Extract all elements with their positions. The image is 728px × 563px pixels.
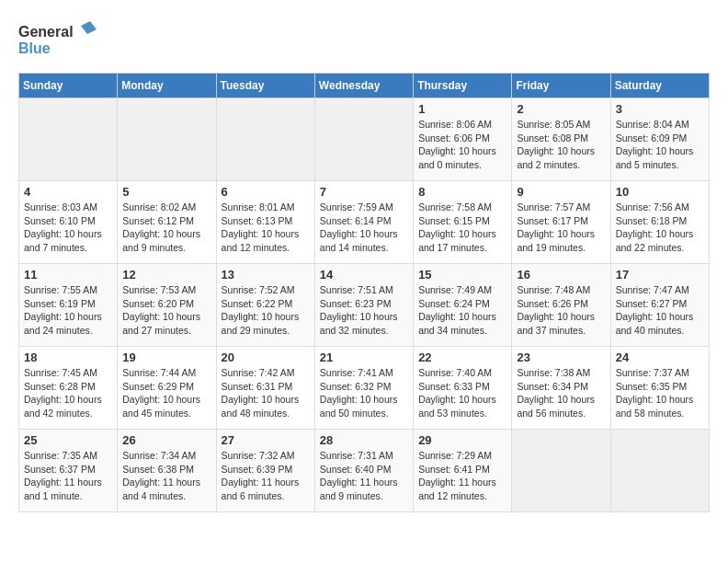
day-number: 11 xyxy=(24,268,112,282)
calendar-cell: 22Sunrise: 7:40 AM Sunset: 6:33 PM Dayli… xyxy=(414,347,512,430)
calendar-cell: 8Sunrise: 7:58 AM Sunset: 6:15 PM Daylig… xyxy=(414,181,512,264)
day-number: 12 xyxy=(122,268,210,282)
day-number: 20 xyxy=(222,350,310,364)
calendar-cell xyxy=(314,98,413,181)
day-number: 19 xyxy=(122,350,210,364)
calendar-cell: 13Sunrise: 7:52 AM Sunset: 6:22 PM Dayli… xyxy=(216,264,314,347)
calendar-cell: 16Sunrise: 7:48 AM Sunset: 6:26 PM Dayli… xyxy=(512,264,610,347)
day-number: 29 xyxy=(418,433,506,447)
calendar-cell xyxy=(610,430,709,512)
day-info: Sunrise: 7:55 AM Sunset: 6:19 PM Dayligh… xyxy=(24,283,112,338)
day-number: 27 xyxy=(222,433,310,447)
calendar-cell: 19Sunrise: 7:44 AM Sunset: 6:29 PM Dayli… xyxy=(118,347,216,430)
day-number: 22 xyxy=(418,350,506,364)
day-info: Sunrise: 8:06 AM Sunset: 6:06 PM Dayligh… xyxy=(418,118,506,172)
day-info: Sunrise: 7:47 AM Sunset: 6:27 PM Dayligh… xyxy=(616,283,704,338)
logo-icon: General Blue xyxy=(18,18,101,60)
calendar-cell: 18Sunrise: 7:45 AM Sunset: 6:28 PM Dayli… xyxy=(19,347,118,430)
calendar-cell: 7Sunrise: 7:59 AM Sunset: 6:14 PM Daylig… xyxy=(314,181,413,264)
calendar-table: SundayMondayTuesdayWednesdayThursdayFrid… xyxy=(18,73,710,512)
calendar-week-4: 18Sunrise: 7:45 AM Sunset: 6:28 PM Dayli… xyxy=(19,347,710,430)
calendar-cell: 26Sunrise: 7:34 AM Sunset: 6:38 PM Dayli… xyxy=(118,430,216,512)
calendar-cell: 9Sunrise: 7:57 AM Sunset: 6:17 PM Daylig… xyxy=(512,181,610,264)
day-number: 18 xyxy=(24,350,112,364)
calendar-cell: 20Sunrise: 7:42 AM Sunset: 6:31 PM Dayli… xyxy=(216,347,314,430)
day-info: Sunrise: 7:48 AM Sunset: 6:26 PM Dayligh… xyxy=(517,283,605,338)
day-number: 15 xyxy=(418,268,506,282)
svg-text:Blue: Blue xyxy=(18,40,51,56)
day-info: Sunrise: 7:29 AM Sunset: 6:41 PM Dayligh… xyxy=(418,449,506,503)
day-number: 23 xyxy=(517,350,605,364)
header-day-sunday: Sunday xyxy=(19,74,118,98)
calendar-cell: 5Sunrise: 8:02 AM Sunset: 6:12 PM Daylig… xyxy=(118,181,216,264)
calendar-cell: 15Sunrise: 7:49 AM Sunset: 6:24 PM Dayli… xyxy=(414,264,512,347)
calendar-header: SundayMondayTuesdayWednesdayThursdayFrid… xyxy=(19,74,710,98)
header-day-friday: Friday xyxy=(512,74,610,98)
day-info: Sunrise: 7:57 AM Sunset: 6:17 PM Dayligh… xyxy=(517,201,605,255)
day-info: Sunrise: 7:42 AM Sunset: 6:31 PM Dayligh… xyxy=(222,366,310,420)
calendar-body: 1Sunrise: 8:06 AM Sunset: 6:06 PM Daylig… xyxy=(19,98,710,512)
calendar-cell: 27Sunrise: 7:32 AM Sunset: 6:39 PM Dayli… xyxy=(216,430,314,512)
day-number: 4 xyxy=(24,185,112,199)
day-number: 26 xyxy=(122,433,210,447)
day-info: Sunrise: 8:04 AM Sunset: 6:09 PM Dayligh… xyxy=(616,118,704,172)
day-info: Sunrise: 7:31 AM Sunset: 6:40 PM Dayligh… xyxy=(320,449,408,503)
header-day-tuesday: Tuesday xyxy=(216,74,314,98)
header-day-monday: Monday xyxy=(118,74,216,98)
calendar-cell: 11Sunrise: 7:55 AM Sunset: 6:19 PM Dayli… xyxy=(19,264,118,347)
day-info: Sunrise: 7:32 AM Sunset: 6:39 PM Dayligh… xyxy=(222,449,310,503)
day-number: 16 xyxy=(517,268,605,282)
calendar-cell xyxy=(216,98,314,181)
day-info: Sunrise: 7:35 AM Sunset: 6:37 PM Dayligh… xyxy=(24,449,112,503)
logo-content: General Blue xyxy=(18,18,101,63)
header-day-thursday: Thursday xyxy=(414,74,512,98)
day-info: Sunrise: 8:03 AM Sunset: 6:10 PM Dayligh… xyxy=(24,201,112,255)
day-info: Sunrise: 7:38 AM Sunset: 6:34 PM Dayligh… xyxy=(517,366,605,420)
day-info: Sunrise: 8:02 AM Sunset: 6:12 PM Dayligh… xyxy=(122,201,210,255)
day-info: Sunrise: 7:41 AM Sunset: 6:32 PM Dayligh… xyxy=(320,366,408,420)
day-number: 14 xyxy=(320,268,408,282)
calendar-week-1: 1Sunrise: 8:06 AM Sunset: 6:06 PM Daylig… xyxy=(19,98,710,181)
header-row: SundayMondayTuesdayWednesdayThursdayFrid… xyxy=(19,74,710,98)
day-info: Sunrise: 7:49 AM Sunset: 6:24 PM Dayligh… xyxy=(418,283,506,338)
calendar-cell: 29Sunrise: 7:29 AM Sunset: 6:41 PM Dayli… xyxy=(414,430,512,512)
day-number: 5 xyxy=(122,185,210,199)
day-number: 2 xyxy=(517,102,605,116)
day-number: 25 xyxy=(24,433,112,447)
svg-marker-1 xyxy=(81,21,97,34)
day-info: Sunrise: 7:37 AM Sunset: 6:35 PM Dayligh… xyxy=(616,366,704,420)
calendar-cell: 6Sunrise: 8:01 AM Sunset: 6:13 PM Daylig… xyxy=(216,181,314,264)
day-info: Sunrise: 8:01 AM Sunset: 6:13 PM Dayligh… xyxy=(222,201,310,255)
day-number: 9 xyxy=(517,185,605,199)
day-info: Sunrise: 7:40 AM Sunset: 6:33 PM Dayligh… xyxy=(418,366,506,420)
calendar-week-5: 25Sunrise: 7:35 AM Sunset: 6:37 PM Dayli… xyxy=(19,430,710,512)
day-info: Sunrise: 7:51 AM Sunset: 6:23 PM Dayligh… xyxy=(320,283,408,338)
day-number: 7 xyxy=(320,185,408,199)
calendar-cell: 17Sunrise: 7:47 AM Sunset: 6:27 PM Dayli… xyxy=(610,264,709,347)
header-day-wednesday: Wednesday xyxy=(314,74,413,98)
calendar-cell: 28Sunrise: 7:31 AM Sunset: 6:40 PM Dayli… xyxy=(314,430,413,512)
day-number: 10 xyxy=(616,185,704,199)
calendar-cell: 1Sunrise: 8:06 AM Sunset: 6:06 PM Daylig… xyxy=(414,98,512,181)
calendar-week-2: 4Sunrise: 8:03 AM Sunset: 6:10 PM Daylig… xyxy=(19,181,710,264)
logo: General Blue xyxy=(18,18,101,63)
day-number: 28 xyxy=(320,433,408,447)
day-info: Sunrise: 7:53 AM Sunset: 6:20 PM Dayligh… xyxy=(122,283,210,338)
calendar-cell xyxy=(118,98,216,181)
day-number: 17 xyxy=(616,268,704,282)
calendar-cell: 24Sunrise: 7:37 AM Sunset: 6:35 PM Dayli… xyxy=(610,347,709,430)
day-number: 1 xyxy=(418,102,506,116)
day-number: 6 xyxy=(222,185,310,199)
day-info: Sunrise: 7:59 AM Sunset: 6:14 PM Dayligh… xyxy=(320,201,408,255)
calendar-cell: 12Sunrise: 7:53 AM Sunset: 6:20 PM Dayli… xyxy=(118,264,216,347)
calendar-cell: 25Sunrise: 7:35 AM Sunset: 6:37 PM Dayli… xyxy=(19,430,118,512)
calendar-cell: 21Sunrise: 7:41 AM Sunset: 6:32 PM Dayli… xyxy=(314,347,413,430)
calendar-cell: 3Sunrise: 8:04 AM Sunset: 6:09 PM Daylig… xyxy=(610,98,709,181)
day-info: Sunrise: 8:05 AM Sunset: 6:08 PM Dayligh… xyxy=(517,118,605,172)
day-number: 8 xyxy=(418,185,506,199)
header-day-saturday: Saturday xyxy=(610,74,709,98)
day-info: Sunrise: 7:58 AM Sunset: 6:15 PM Dayligh… xyxy=(418,201,506,255)
day-info: Sunrise: 7:44 AM Sunset: 6:29 PM Dayligh… xyxy=(122,366,210,420)
day-number: 24 xyxy=(616,350,704,364)
calendar-cell xyxy=(19,98,118,181)
